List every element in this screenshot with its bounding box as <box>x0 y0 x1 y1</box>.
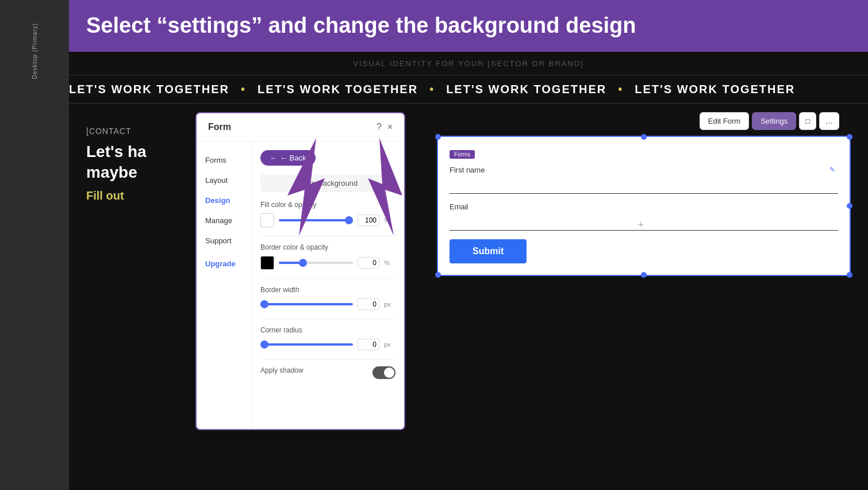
border-color-swatch[interactable] <box>260 256 274 270</box>
form-background-section-title: Form Background <box>260 174 395 192</box>
more-button[interactable]: … <box>819 112 839 130</box>
edit-form-button[interactable]: Edit Form <box>700 112 749 130</box>
border-width-slider-row: px <box>260 298 395 310</box>
resize-handle-top-center[interactable] <box>641 134 647 140</box>
add-field-icon[interactable]: + <box>637 219 644 231</box>
resize-handle-bottom-left[interactable] <box>435 272 441 278</box>
comment-icon: □ <box>805 117 810 125</box>
marquee-text-2: LET'S WORK TOGETHER <box>258 83 418 96</box>
desktop-sidebar: Desktop (Primary) <box>0 0 69 490</box>
nav-design[interactable]: Design <box>197 190 251 210</box>
first-name-label: First name <box>450 166 838 174</box>
forms-badge: Forms <box>450 150 475 159</box>
apply-shadow-toggle[interactable] <box>372 366 395 379</box>
marquee-dot-1: • <box>241 83 246 96</box>
nav-forms[interactable]: Forms <box>197 150 251 170</box>
instruction-banner: Select “settings” and change the backgro… <box>69 0 868 52</box>
form-nav: Forms Layout Design Manage Support Upgra… <box>197 141 252 429</box>
email-input[interactable] <box>450 214 838 231</box>
marquee-dot-2: • <box>429 83 435 96</box>
resize-handle-top-right[interactable] <box>847 134 852 140</box>
first-name-field-container: First name ✎ <box>450 166 838 194</box>
form-editor-toolbar: Edit Form Settings □ … <box>420 112 868 130</box>
desktop-label: Desktop (Primary) <box>32 23 38 79</box>
marquee-content: LET'S WORK TOGETHER • LET'S WORK TOGETHE… <box>69 83 795 96</box>
form-preview: Forms First name ✎ Email + Submit <box>437 136 851 276</box>
form-panel-header: Form ? × <box>197 113 404 141</box>
border-width-label: Border width <box>260 286 395 294</box>
submit-button[interactable]: Submit <box>450 239 527 263</box>
back-button[interactable]: ← ← Back <box>260 150 316 166</box>
divider-1 <box>260 236 395 236</box>
border-slider-row: % <box>279 257 395 269</box>
divider-4 <box>260 359 395 359</box>
nav-upgrade[interactable]: Upgrade <box>197 254 251 274</box>
corner-radius-input[interactable] <box>358 339 379 350</box>
border-opacity-slider[interactable] <box>279 262 353 264</box>
corner-radius-row: px <box>260 339 395 350</box>
comment-button[interactable]: □ <box>799 112 816 130</box>
content-area: [CONTACT Let's hamaybe Fill out Form ? × <box>69 104 868 449</box>
fill-percent-label: % <box>384 217 395 224</box>
form-panel-body: Forms Layout Design Manage Support Upgra… <box>197 141 404 429</box>
first-name-input[interactable] <box>450 177 838 194</box>
marquee-text-4: LET'S WORK TOGETHER <box>635 83 795 96</box>
help-button[interactable]: ? <box>377 122 382 132</box>
border-color-label: Border color & opacity <box>260 243 395 251</box>
form-panel-title: Form <box>208 122 231 132</box>
nav-layout[interactable]: Layout <box>197 170 251 190</box>
resize-handle-top-left[interactable] <box>435 134 441 140</box>
settings-button[interactable]: Settings <box>752 112 796 130</box>
resize-handle-mid-right[interactable] <box>847 203 852 209</box>
border-width-row: px <box>260 298 395 310</box>
corner-radius-unit: px <box>384 341 395 348</box>
divider-3 <box>260 319 395 319</box>
email-label: Email <box>450 202 838 211</box>
border-opacity-input[interactable] <box>358 257 379 269</box>
marquee-dot-3: • <box>618 83 623 96</box>
fill-slider-row: % <box>279 215 395 226</box>
border-color-row: % <box>260 256 395 270</box>
corner-radius-slider[interactable] <box>260 343 353 346</box>
more-icon: … <box>825 117 833 125</box>
website-top-bar: VISUAL IDENTITY FOR YOUR [SECTOR OR BRAN… <box>69 52 868 75</box>
resize-handle-bottom-center[interactable] <box>641 272 647 278</box>
back-label: ← Back <box>280 154 306 162</box>
fill-opacity-slider[interactable] <box>279 219 353 221</box>
apply-shadow-label: Apply shadow <box>260 366 304 374</box>
form-editor: Edit Form Settings □ … F <box>420 112 868 276</box>
marquee-banner: LET'S WORK TOGETHER • LET'S WORK TOGETHE… <box>69 75 868 104</box>
nav-support[interactable]: Support <box>197 231 251 251</box>
instruction-text: Select “settings” and change the backgro… <box>86 13 636 39</box>
close-button[interactable]: × <box>387 122 393 132</box>
border-percent-label: % <box>384 259 395 266</box>
divider-2 <box>260 278 395 279</box>
nav-manage[interactable]: Manage <box>197 210 251 231</box>
apply-shadow-row: Apply shadow <box>260 366 395 379</box>
corner-radius-slider-row: px <box>260 339 395 350</box>
fill-opacity-input[interactable] <box>358 215 379 226</box>
visual-identity-text: VISUAL IDENTITY FOR YOUR [SECTOR OR BRAN… <box>353 59 583 68</box>
website-area: VISUAL IDENTITY FOR YOUR [SECTOR OR BRAN… <box>69 52 868 490</box>
fill-color-row: % <box>260 213 395 227</box>
marquee-text-3: LET'S WORK TOGETHER <box>446 83 606 96</box>
back-arrow-icon: ← <box>270 154 277 162</box>
corner-radius-label: Corner radius <box>260 326 395 334</box>
first-name-edit-icon[interactable]: ✎ <box>829 166 835 174</box>
border-width-input[interactable] <box>358 298 379 310</box>
form-panel: Form ? × Forms Layout Design Manage Supp… <box>195 112 405 430</box>
fill-color-swatch[interactable] <box>260 213 274 227</box>
resize-handle-bottom-right[interactable] <box>847 272 852 278</box>
marquee-text-1: LET'S WORK TOGETHER <box>69 83 229 96</box>
email-field-container: Email + <box>450 202 838 231</box>
form-panel-icons: ? × <box>377 122 393 132</box>
border-width-slider[interactable] <box>260 303 353 305</box>
border-width-unit: px <box>384 301 395 308</box>
form-content: ← ← Back Form Background Fill color & op… <box>252 141 404 429</box>
fill-color-label: Fill color & opacity <box>260 201 395 209</box>
